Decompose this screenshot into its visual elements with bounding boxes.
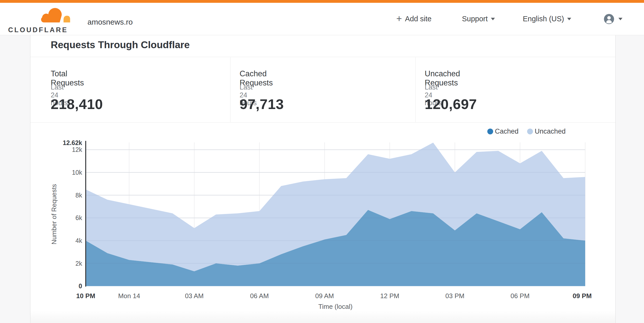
y-axis-line — [85, 141, 86, 287]
y-axis-tick-label: 12k — [72, 146, 82, 153]
x-axis-tick-label: 09 PM — [573, 292, 592, 300]
x-axis-tick-label: Mon 14 — [118, 292, 140, 300]
y-axis-tick-label: 4k — [76, 237, 82, 244]
x-axis-tick-label: 10 PM — [76, 292, 95, 300]
y-axis-tick-label: 0 — [79, 282, 82, 290]
y-axis-tick-label: 10k — [72, 169, 82, 176]
x-axis-tick-label: 09 AM — [315, 292, 334, 300]
y-axis-title: Number of Requests — [50, 184, 58, 244]
requests-area-chart: 02k4k6k8k10k12k12.62k10 PMMon 1403 AM06 … — [0, 0, 644, 323]
x-axis-title: Time (local) — [318, 303, 353, 310]
y-axis-tick-label: 6k — [76, 214, 82, 221]
x-axis-tick-label: 06 PM — [510, 292, 529, 300]
x-axis-tick-label: 03 AM — [185, 292, 204, 300]
y-axis-tick-label: 12.62k — [63, 139, 82, 146]
y-axis-tick-label: 2k — [76, 260, 82, 267]
x-axis-tick-label: 12 PM — [380, 292, 399, 300]
x-axis-tick-label: 06 AM — [250, 292, 269, 300]
x-axis-tick-label: 03 PM — [445, 292, 464, 300]
y-axis-tick-label: 8k — [76, 192, 82, 199]
